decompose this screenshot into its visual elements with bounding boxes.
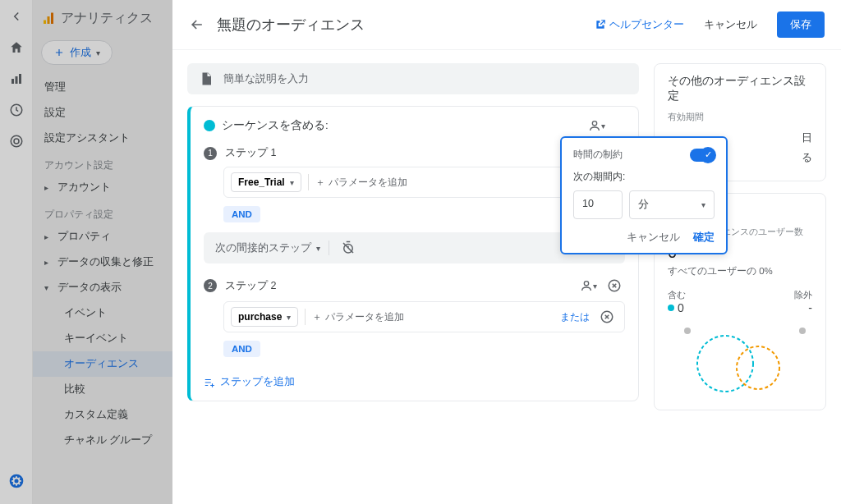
time-constraint-button[interactable] — [338, 239, 359, 257]
nav-label: データの収集と修正 — [57, 255, 154, 269]
nav-display[interactable]: ▾ データの表示 — [33, 275, 172, 300]
nav-admin[interactable]: 管理 — [33, 75, 172, 100]
close-circle-icon — [600, 309, 614, 324]
save-button[interactable]: 保存 — [777, 11, 825, 38]
chevron-down-icon: ▾ — [316, 244, 320, 253]
chevron-down-icon: ▾ — [593, 282, 597, 291]
add-step-button[interactable]: ステップを追加 — [204, 375, 625, 389]
reports-icon[interactable] — [8, 71, 25, 87]
nav-audiences[interactable]: オーディエンス — [33, 351, 172, 377]
aside-settings-title: その他のオーディエンス設定 — [668, 74, 812, 103]
divider — [308, 174, 309, 190]
help-center-link[interactable]: ヘルプセンター — [595, 17, 684, 32]
back-arrow-icon[interactable] — [8, 8, 25, 25]
nav-account[interactable]: ▸ アカウント — [33, 175, 172, 200]
arrow-left-icon — [189, 16, 205, 33]
nav-custom-def[interactable]: カスタム定義 — [33, 402, 172, 428]
user-icon — [580, 279, 593, 292]
icon-rail — [0, 0, 33, 504]
back-button[interactable] — [189, 16, 205, 33]
svg-rect-1 — [15, 76, 17, 84]
event-selector-step1[interactable]: Free_Trial ▾ — [231, 172, 301, 192]
summary-all-users: すべてのユーザーの 0% — [668, 265, 812, 277]
main-panel: 無題のオーディエンス ヘルプセンター キャンセル 保存 簡単な説明を入力 シーケ… — [172, 0, 841, 504]
nav-section-property: プロパティ設定 — [33, 200, 172, 224]
admin-sidebar: アナリティクス 作成 ▾ 管理 設定 設定アシスタント アカウント設定 ▸ アカ… — [33, 0, 172, 504]
chevron-right-icon: ▸ — [44, 183, 53, 192]
nav-collection[interactable]: ▸ データの収集と修正 — [33, 250, 172, 275]
create-button[interactable]: 作成 ▾ — [41, 40, 113, 65]
exclude-label: 除外 — [794, 289, 812, 301]
nav-channel-group[interactable]: チャネル グループ — [33, 428, 172, 453]
brand-text: アナリティクス — [61, 10, 153, 27]
settings-gear-icon[interactable] — [8, 473, 25, 489]
nav-key-events[interactable]: キーイベント — [33, 326, 172, 351]
nav-compare[interactable]: 比較 — [33, 377, 172, 402]
header-bar: 無題のオーディエンス ヘルプセンター キャンセル 保存 — [172, 0, 841, 50]
indirect-label: 次の間接的ステップ — [215, 241, 311, 255]
home-icon[interactable] — [8, 39, 25, 56]
step2-scope-selector[interactable]: ▾ — [577, 277, 600, 294]
scope-selector[interactable]: ▾ — [585, 117, 609, 134]
nav-label: データの表示 — [57, 281, 122, 295]
step-number-badge: 2 — [204, 279, 217, 292]
step-2-header: 2 ステップ 2 ▾ — [191, 275, 638, 301]
step-number-badge: 1 — [204, 147, 217, 160]
unit-label: 分 — [638, 198, 649, 212]
or-button[interactable]: または — [560, 310, 590, 324]
svg-point-12 — [584, 282, 588, 286]
svg-rect-0 — [11, 79, 14, 84]
open-external-icon — [595, 19, 606, 30]
divider — [329, 241, 329, 255]
add-parameter-step2[interactable]: ＋ パラメータを追加 — [312, 310, 404, 324]
svg-rect-9 — [51, 12, 53, 24]
step-2-label: ステップ 2 — [225, 279, 276, 293]
create-button-label: 作成 — [70, 45, 91, 60]
check-icon: ✓ — [700, 147, 716, 163]
chevron-down-icon: ▾ — [44, 283, 53, 292]
divider — [305, 309, 306, 325]
popover-cancel-button[interactable]: キャンセル — [627, 231, 680, 245]
duration-value-input[interactable]: 10 — [573, 190, 623, 219]
svg-point-5 — [14, 139, 19, 144]
timer-off-icon — [341, 241, 356, 255]
include-dot-icon — [204, 120, 215, 131]
and-button-step2[interactable]: AND — [223, 341, 625, 357]
svg-rect-2 — [19, 74, 21, 84]
add-step-label: ステップを追加 — [220, 375, 295, 389]
chevron-down-icon: ▾ — [96, 48, 100, 57]
svg-point-10 — [592, 121, 596, 126]
nav-settings[interactable]: 設定 — [33, 100, 172, 126]
svg-rect-7 — [44, 20, 46, 24]
add-param-label: パラメータを追加 — [329, 176, 407, 190]
nav-property[interactable]: ▸ プロパティ — [33, 224, 172, 250]
nav-assistant[interactable]: 設定アシスタント — [33, 126, 172, 151]
svg-point-17 — [684, 328, 691, 334]
ads-icon[interactable] — [8, 133, 25, 149]
svg-point-4 — [11, 135, 22, 147]
duration-unit-select[interactable]: 分 ▾ — [629, 190, 715, 219]
nav-label: プロパティ — [57, 230, 111, 244]
description-placeholder: 簡単な説明を入力 — [223, 71, 309, 86]
constraint-toggle[interactable]: ✓ — [690, 149, 715, 162]
cancel-button[interactable]: キャンセル — [704, 17, 757, 32]
chevron-down-icon: ▾ — [601, 121, 605, 131]
remove-step-button[interactable] — [604, 277, 625, 295]
event-name: Free_Trial — [238, 176, 285, 188]
description-input[interactable]: 簡単な説明を入力 — [187, 63, 639, 94]
time-constraint-popover: 時間の制約 ✓ 次の期間内: 10 分 ▾ キャンセル 確定 — [560, 136, 728, 254]
step-relation-selector[interactable]: 次の間接的ステップ ▾ — [215, 241, 320, 255]
chevron-down-icon: ▾ — [290, 178, 294, 187]
plus-icon: ＋ — [312, 310, 322, 324]
popover-confirm-button[interactable]: 確定 — [693, 231, 715, 245]
nav-events[interactable]: イベント — [33, 300, 172, 326]
analytics-logo-icon — [41, 11, 56, 26]
user-icon — [588, 119, 601, 132]
explore-icon[interactable] — [8, 102, 25, 118]
chevron-down-icon: ▾ — [287, 313, 291, 322]
venn-diagram-icon — [668, 323, 816, 396]
include-dot-icon — [668, 305, 674, 311]
add-parameter-step1[interactable]: ＋ パラメータを追加 — [315, 176, 407, 190]
event-selector-step2[interactable]: purchase ▾ — [231, 307, 298, 327]
remove-condition-button[interactable] — [596, 308, 618, 326]
